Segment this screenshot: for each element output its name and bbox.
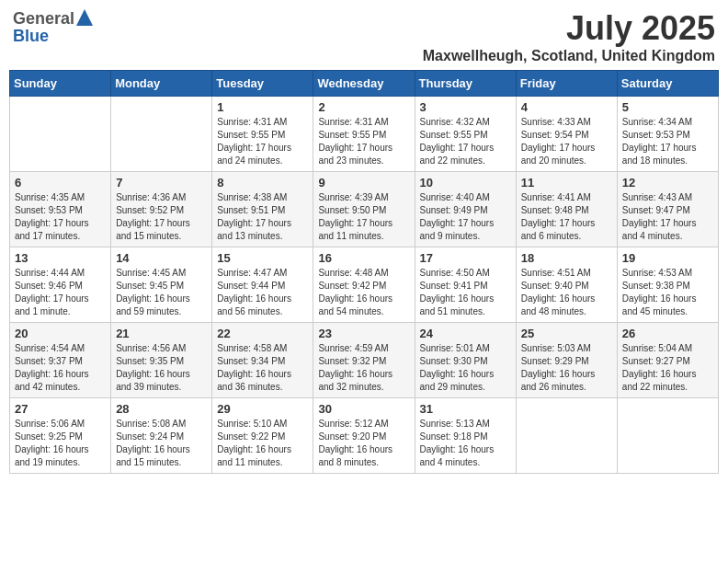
calendar-week-row: 6 Sunrise: 4:35 AMSunset: 9:53 PMDayligh… (10, 172, 719, 247)
day-number: 9 (318, 176, 409, 190)
day-number: 12 (622, 176, 713, 190)
calendar-cell: 17 Sunrise: 4:50 AMSunset: 9:41 PMDaylig… (415, 247, 516, 323)
calendar-cell: 4 Sunrise: 4:33 AMSunset: 9:54 PMDayligh… (516, 97, 617, 172)
day-detail: Sunrise: 5:10 AMSunset: 9:22 PMDaylight:… (217, 418, 308, 469)
day-detail: Sunrise: 4:35 AMSunset: 9:53 PMDaylight:… (15, 191, 106, 243)
day-detail: Sunrise: 4:36 AMSunset: 9:52 PMDaylight:… (116, 191, 207, 243)
day-number: 30 (318, 402, 409, 416)
calendar-cell: 26 Sunrise: 5:04 AMSunset: 9:27 PMDaylig… (617, 323, 718, 398)
day-number: 6 (15, 176, 106, 190)
weekday-header-thursday: Thursday (415, 71, 516, 97)
weekday-header-tuesday: Tuesday (212, 71, 313, 97)
calendar-cell: 25 Sunrise: 5:03 AMSunset: 9:29 PMDaylig… (516, 323, 617, 398)
day-number: 10 (420, 176, 511, 190)
month-year: July 2025 (423, 9, 715, 48)
day-detail: Sunrise: 5:06 AMSunset: 9:25 PMDaylight:… (15, 418, 106, 469)
day-number: 13 (15, 251, 106, 265)
day-detail: Sunrise: 4:50 AMSunset: 9:41 PMDaylight:… (420, 267, 511, 318)
weekday-header-sunday: Sunday (10, 71, 111, 97)
day-number: 31 (420, 402, 511, 416)
logo-triangle-icon (76, 9, 93, 26)
weekday-header-friday: Friday (516, 71, 617, 97)
calendar-cell: 22 Sunrise: 4:58 AMSunset: 9:34 PMDaylig… (212, 323, 313, 398)
day-number: 7 (116, 176, 207, 190)
calendar-cell: 19 Sunrise: 4:53 AMSunset: 9:38 PMDaylig… (617, 247, 718, 323)
day-detail: Sunrise: 5:04 AMSunset: 9:27 PMDaylight:… (622, 342, 713, 394)
day-number: 28 (116, 402, 207, 416)
day-number: 14 (116, 251, 207, 265)
day-number: 19 (622, 251, 713, 265)
day-detail: Sunrise: 4:43 AMSunset: 9:47 PMDaylight:… (622, 191, 713, 243)
calendar-cell (10, 97, 111, 172)
day-number: 22 (217, 327, 308, 340)
day-number: 18 (521, 251, 612, 265)
day-number: 3 (420, 100, 511, 114)
calendar-cell: 12 Sunrise: 4:43 AMSunset: 9:47 PMDaylig… (617, 172, 718, 247)
day-number: 20 (15, 327, 106, 340)
day-detail: Sunrise: 4:41 AMSunset: 9:48 PMDaylight:… (521, 191, 612, 243)
calendar-cell: 10 Sunrise: 4:40 AMSunset: 9:49 PMDaylig… (415, 172, 516, 247)
calendar-week-row: 13 Sunrise: 4:44 AMSunset: 9:46 PMDaylig… (10, 247, 719, 323)
weekday-header-wednesday: Wednesday (313, 71, 415, 97)
day-number: 8 (217, 176, 308, 190)
calendar-cell: 15 Sunrise: 4:47 AMSunset: 9:44 PMDaylig… (212, 247, 313, 323)
day-detail: Sunrise: 4:33 AMSunset: 9:54 PMDaylight:… (521, 116, 612, 167)
day-detail: Sunrise: 4:47 AMSunset: 9:44 PMDaylight:… (217, 267, 308, 318)
day-detail: Sunrise: 5:12 AMSunset: 9:20 PMDaylight:… (318, 418, 409, 469)
day-detail: Sunrise: 4:59 AMSunset: 9:32 PMDaylight:… (318, 342, 409, 394)
calendar-week-row: 1 Sunrise: 4:31 AMSunset: 9:55 PMDayligh… (10, 97, 719, 172)
day-number: 4 (521, 100, 612, 114)
logo-blue-text: Blue (13, 27, 49, 46)
day-number: 17 (420, 251, 511, 265)
svg-marker-0 (76, 9, 93, 26)
title-section: July 2025 Maxwellheugh, Scotland, United… (423, 9, 715, 64)
location: Maxwellheugh, Scotland, United Kingdom (423, 48, 715, 64)
day-number: 21 (116, 327, 207, 340)
calendar-cell: 29 Sunrise: 5:10 AMSunset: 9:22 PMDaylig… (212, 398, 313, 474)
calendar-cell: 13 Sunrise: 4:44 AMSunset: 9:46 PMDaylig… (10, 247, 111, 323)
calendar-cell: 23 Sunrise: 4:59 AMSunset: 9:32 PMDaylig… (313, 323, 415, 398)
calendar-cell: 9 Sunrise: 4:39 AMSunset: 9:50 PMDayligh… (313, 172, 415, 247)
day-detail: Sunrise: 5:01 AMSunset: 9:30 PMDaylight:… (420, 342, 511, 394)
day-detail: Sunrise: 5:03 AMSunset: 9:29 PMDaylight:… (521, 342, 612, 394)
calendar-cell: 21 Sunrise: 4:56 AMSunset: 9:35 PMDaylig… (111, 323, 212, 398)
calendar-cell: 8 Sunrise: 4:38 AMSunset: 9:51 PMDayligh… (212, 172, 313, 247)
day-number: 5 (622, 100, 713, 114)
day-detail: Sunrise: 4:40 AMSunset: 9:49 PMDaylight:… (420, 191, 511, 243)
logo: General Blue (13, 9, 93, 46)
day-number: 23 (318, 327, 409, 340)
calendar-cell: 30 Sunrise: 5:12 AMSunset: 9:20 PMDaylig… (313, 398, 415, 474)
day-detail: Sunrise: 4:51 AMSunset: 9:40 PMDaylight:… (521, 267, 612, 318)
day-detail: Sunrise: 4:45 AMSunset: 9:45 PMDaylight:… (116, 267, 207, 318)
day-number: 24 (420, 327, 511, 340)
weekday-header-monday: Monday (111, 71, 212, 97)
day-detail: Sunrise: 4:53 AMSunset: 9:38 PMDaylight:… (622, 267, 713, 318)
day-detail: Sunrise: 4:48 AMSunset: 9:42 PMDaylight:… (318, 267, 409, 318)
day-detail: Sunrise: 4:56 AMSunset: 9:35 PMDaylight:… (116, 342, 207, 394)
logo-general-text: General (13, 9, 74, 29)
calendar-table: SundayMondayTuesdayWednesdayThursdayFrid… (9, 70, 719, 474)
day-detail: Sunrise: 4:54 AMSunset: 9:37 PMDaylight:… (15, 342, 106, 394)
calendar-cell: 6 Sunrise: 4:35 AMSunset: 9:53 PMDayligh… (10, 172, 111, 247)
day-detail: Sunrise: 4:31 AMSunset: 9:55 PMDaylight:… (217, 116, 308, 167)
calendar-cell: 18 Sunrise: 4:51 AMSunset: 9:40 PMDaylig… (516, 247, 617, 323)
calendar-cell: 3 Sunrise: 4:32 AMSunset: 9:55 PMDayligh… (415, 97, 516, 172)
day-detail: Sunrise: 4:34 AMSunset: 9:53 PMDaylight:… (622, 116, 713, 167)
calendar-week-row: 27 Sunrise: 5:06 AMSunset: 9:25 PMDaylig… (10, 398, 719, 474)
day-detail: Sunrise: 4:58 AMSunset: 9:34 PMDaylight:… (217, 342, 308, 394)
day-number: 26 (622, 327, 713, 340)
calendar-cell: 7 Sunrise: 4:36 AMSunset: 9:52 PMDayligh… (111, 172, 212, 247)
calendar-cell: 5 Sunrise: 4:34 AMSunset: 9:53 PMDayligh… (617, 97, 718, 172)
calendar-cell: 31 Sunrise: 5:13 AMSunset: 9:18 PMDaylig… (415, 398, 516, 474)
day-detail: Sunrise: 5:08 AMSunset: 9:24 PMDaylight:… (116, 418, 207, 469)
day-number: 29 (217, 402, 308, 416)
calendar-cell: 2 Sunrise: 4:31 AMSunset: 9:55 PMDayligh… (313, 97, 415, 172)
day-number: 2 (318, 100, 409, 114)
calendar-cell: 20 Sunrise: 4:54 AMSunset: 9:37 PMDaylig… (10, 323, 111, 398)
day-detail: Sunrise: 5:13 AMSunset: 9:18 PMDaylight:… (420, 418, 511, 469)
day-detail: Sunrise: 4:44 AMSunset: 9:46 PMDaylight:… (15, 267, 106, 318)
calendar-cell (111, 97, 212, 172)
calendar-cell: 24 Sunrise: 5:01 AMSunset: 9:30 PMDaylig… (415, 323, 516, 398)
calendar-week-row: 20 Sunrise: 4:54 AMSunset: 9:37 PMDaylig… (10, 323, 719, 398)
day-number: 1 (217, 100, 308, 114)
